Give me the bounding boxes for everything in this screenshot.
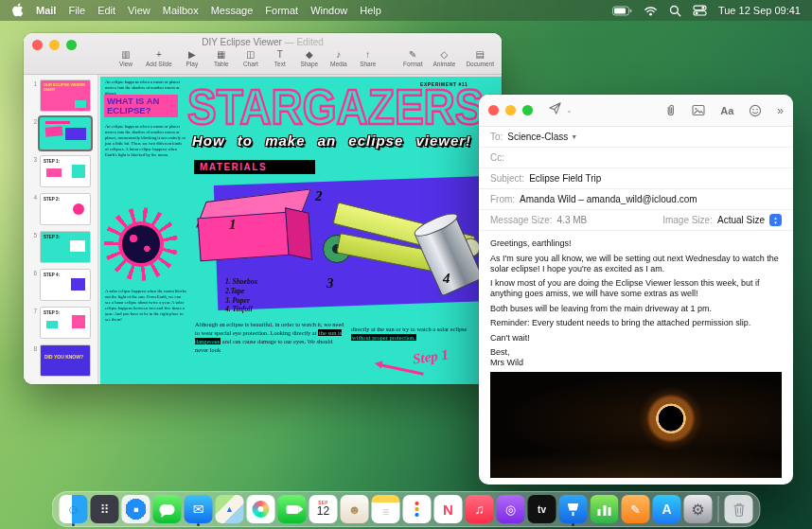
dock-item-notes[interactable]: ≡: [372, 495, 400, 523]
dock-item-music[interactable]: ♫: [466, 495, 494, 523]
format-button[interactable]: ✎Format: [403, 48, 423, 67]
chevron-down-icon: ▼: [571, 133, 577, 140]
dock-item-keynote[interactable]: [559, 495, 588, 523]
menu-item-file[interactable]: File: [68, 5, 85, 16]
slide-thumbnail-6[interactable]: 6 STEP 4:: [27, 269, 97, 301]
send-options-chevron[interactable]: ⌄: [566, 106, 573, 115]
image-size-select-value[interactable]: Actual Size: [717, 215, 765, 225]
shoebox-front: [198, 212, 291, 262]
eclipse-photo-attachment[interactable]: [490, 372, 782, 478]
current-slide[interactable]: EXPERIMENT #11 An eclipse happens when a…: [100, 77, 502, 384]
close-button[interactable]: [488, 105, 499, 115]
emoji-button[interactable]: [749, 104, 762, 117]
menu-item-view[interactable]: View: [128, 5, 150, 16]
callout-number-4: 4: [443, 271, 450, 287]
menu-item-help[interactable]: Help: [360, 5, 381, 16]
keynote-titlebar: DIY Eclipse Viewer — Edited ▥View +Add S…: [24, 33, 502, 75]
document-button[interactable]: ▤Document: [466, 48, 494, 67]
dock-item-tv[interactable]: tv: [528, 495, 556, 523]
slide-thumbnail-1[interactable]: 1 OUR ECLIPSE VIEWER DIARY: [27, 79, 97, 112]
dock-item-maps[interactable]: ▲: [216, 495, 244, 523]
table-icon: ▦: [217, 48, 225, 61]
dock-item-news[interactable]: N: [434, 495, 463, 523]
slide-thumbnail-5[interactable]: 5 STEP 3:: [27, 231, 97, 263]
callout-number-3: 3: [327, 275, 334, 291]
slide-thumbnail-3[interactable]: 3 STEP 1:: [27, 155, 97, 187]
send-button[interactable]: [548, 101, 562, 119]
menu-item-format[interactable]: Format: [265, 5, 298, 16]
dock-item-app-store[interactable]: A: [653, 495, 681, 523]
dock-item-trash[interactable]: [725, 495, 753, 523]
dock-item-photos[interactable]: [247, 495, 275, 523]
table-button[interactable]: ▦Table: [212, 48, 231, 67]
wifi-indicator[interactable]: [644, 6, 658, 16]
minimize-button[interactable]: [505, 105, 516, 115]
menu-app-name[interactable]: Mail: [36, 5, 56, 16]
document-title: DIY Eclipse Viewer: [202, 37, 282, 47]
facetime-icon: [278, 495, 307, 523]
dock-item-safari[interactable]: ◆: [122, 495, 150, 523]
more-toolbar-items-button[interactable]: »: [777, 104, 784, 117]
materials-list: 1. Shoebox 2.Tape 3. Paper 4. Tinfoil: [225, 277, 257, 314]
reminders-icon: [403, 495, 432, 523]
menu-item-window[interactable]: Window: [310, 5, 347, 16]
cc-field[interactable]: Cc:: [479, 148, 793, 168]
settings-gear-icon: ⚙: [684, 495, 713, 523]
menu-item-mailbox[interactable]: Mailbox: [163, 5, 199, 16]
message-body-editor[interactable]: Greetings, earthlings! As I'm sure you a…: [479, 231, 793, 368]
trash-bin-shape: [733, 503, 745, 517]
keynote-window: DIY Eclipse Viewer — Edited ▥View +Add S…: [24, 33, 502, 384]
slide-thumbnail-4[interactable]: 4 STEP 2:: [27, 193, 97, 225]
animate-button[interactable]: ◇Animate: [433, 48, 456, 67]
play-button[interactable]: ▶Play: [183, 48, 202, 67]
battery-indicator[interactable]: [612, 6, 632, 16]
dock-item-messages[interactable]: [153, 495, 182, 523]
document-icon: ▤: [475, 48, 484, 61]
format-text-button[interactable]: Aa: [720, 105, 733, 116]
control-center-button[interactable]: [693, 5, 707, 16]
slide-thumbnail-2[interactable]: 2: [27, 117, 97, 150]
dock-item-settings[interactable]: ⚙: [684, 495, 713, 523]
body-paragraph: I know most of you are doing the Eclipse…: [490, 278, 782, 299]
text-button[interactable]: TText: [271, 48, 290, 67]
safari-icon: ◆: [122, 495, 150, 523]
dock-item-finder[interactable]: ☺: [60, 495, 88, 523]
view-button[interactable]: ▥View: [116, 48, 135, 67]
image-size-dropdown-button[interactable]: ▴▾: [769, 214, 782, 226]
media-button[interactable]: ♪Media: [329, 48, 348, 67]
chart-button[interactable]: ◫Chart: [241, 48, 260, 67]
dock-item-launchpad[interactable]: ⠿: [91, 495, 119, 523]
view-icon: ▥: [121, 48, 130, 61]
shape-button[interactable]: ◆Shape: [300, 48, 319, 67]
dock-item-podcasts[interactable]: ◎: [497, 495, 525, 523]
add-slide-button[interactable]: +Add Slide: [146, 48, 172, 67]
insert-photo-button[interactable]: [692, 104, 705, 116]
chevron-down-icon: ▾: [774, 220, 777, 225]
keynote-toolbar: ▥View +Add Slide ▶Play ▦Table ◫Chart TTe…: [116, 48, 494, 67]
subject-field[interactable]: Subject: Eclipse Field Trip: [479, 168, 793, 189]
to-field[interactable]: To: Science-Class ▼: [479, 127, 793, 148]
spotlight-search[interactable]: [669, 5, 681, 17]
recipient-token[interactable]: Science-Class: [507, 132, 568, 142]
dock-item-numbers[interactable]: [591, 495, 619, 523]
menu-clock[interactable]: Tue 12 Sep 09:41: [718, 5, 801, 16]
zoom-button[interactable]: [522, 105, 533, 115]
menu-item-edit[interactable]: Edit: [97, 5, 115, 16]
dock-item-facetime[interactable]: [278, 495, 307, 523]
dock-item-mail[interactable]: ✉: [185, 495, 213, 523]
highlight-protection: without proper protection.: [351, 334, 416, 341]
menu-item-message[interactable]: Message: [211, 5, 254, 16]
from-field[interactable]: From: Amanda Wild – amanda_wild@icloud.c…: [479, 189, 793, 210]
dock-item-reminders[interactable]: [403, 495, 432, 523]
add-slide-icon: +: [156, 48, 162, 61]
dock-item-pages[interactable]: ✎: [622, 495, 650, 523]
apple-menu[interactable]: [11, 3, 24, 19]
attach-button[interactable]: [664, 103, 677, 117]
slide-thumbnail-7[interactable]: 7 STEP 5:: [27, 307, 97, 339]
dock-item-calendar[interactable]: SEP12: [309, 495, 338, 523]
menu-bar: Mail File Edit View Mailbox Message Form…: [0, 0, 812, 21]
mail-header-fields: To: Science-Class ▼ Cc: Subject: Eclipse…: [479, 127, 793, 231]
share-button[interactable]: ↑Share: [359, 48, 378, 67]
dock-item-contacts[interactable]: ☻: [341, 495, 369, 523]
slide-thumbnail-8[interactable]: 8 DID YOU KNOW?: [27, 344, 97, 377]
